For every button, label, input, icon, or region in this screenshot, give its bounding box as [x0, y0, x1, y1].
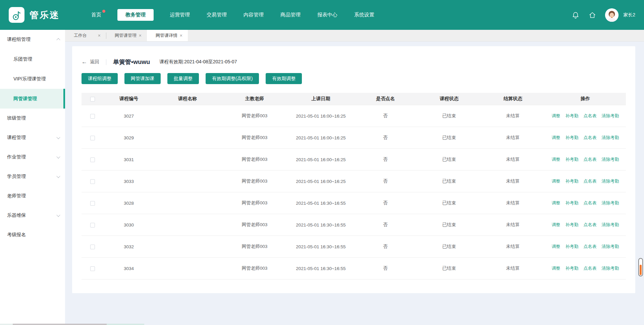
rollcall-sheet-link[interactable]: 点名表 [584, 200, 597, 206]
makeup-attendance-link[interactable]: 补考勤 [566, 265, 579, 271]
adjust-link[interactable]: 调整 [552, 178, 560, 184]
sidebar-subitem-0-0[interactable]: 乐团管理 [0, 49, 65, 69]
makeup-attendance-link[interactable]: 补考勤 [566, 156, 579, 162]
row-checkbox[interactable] [90, 245, 95, 249]
row-checkbox[interactable] [90, 136, 95, 140]
nav-item-2[interactable]: 运营管理 [169, 9, 191, 21]
sidebar-item-4[interactable]: 学员管理 [0, 167, 65, 186]
sidebar-item-6[interactable]: 乐器维保 [0, 206, 65, 225]
horizontal-scrollbar[interactable] [0, 324, 644, 325]
row-checkbox[interactable] [90, 157, 95, 162]
bell-icon[interactable] [572, 11, 580, 19]
clear-attendance-link[interactable]: 清除考勤 [602, 156, 619, 162]
makeup-attendance-link[interactable]: 补考勤 [566, 178, 579, 184]
adjust-link[interactable]: 调整 [552, 222, 560, 228]
horizontal-scrollbar-segment [107, 324, 144, 325]
sidebar-subitem-0-1[interactable]: VIP/乐理课管理 [0, 69, 65, 89]
nav-item-6[interactable]: 报表中心 [317, 9, 338, 21]
nav-item-7[interactable]: 系统设置 [354, 9, 375, 21]
row-checkbox[interactable] [90, 114, 95, 119]
row-checkbox[interactable] [90, 266, 95, 271]
toolbar-button-4[interactable]: 有效期调整 [266, 73, 302, 84]
cell-checkbox [82, 113, 104, 118]
cell-date: 2021-05-01 16:00~16:25 [288, 114, 354, 119]
tab-close-icon[interactable]: × [139, 33, 142, 38]
makeup-attendance-link[interactable]: 补考勤 [566, 222, 579, 228]
sidebar-item-5[interactable]: 老师管理 [0, 186, 65, 206]
user-avatar[interactable] [605, 8, 619, 22]
cell-date: 2021-05-01 16:30~16:55 [288, 222, 354, 227]
row-checkbox[interactable] [90, 201, 95, 206]
makeup-attendance-link[interactable]: 补考勤 [566, 200, 579, 206]
nav-item-1[interactable]: 教务管理 [117, 9, 154, 21]
content: ← 返回 单簧管•wuwu 课程有效期:2021-04-08至2021-05-0… [65, 42, 644, 293]
toolbar-button-2[interactable]: 批量调整 [167, 73, 199, 84]
rollcall-sheet-link[interactable]: 点名表 [584, 113, 597, 119]
cell-teacher: 网管老师003 [221, 222, 288, 228]
adjust-link[interactable]: 调整 [552, 156, 560, 162]
rollcall-sheet-link[interactable]: 点名表 [584, 156, 597, 162]
sidebar-item-0[interactable]: 课程组管理 [0, 30, 65, 49]
toolbar-button-3[interactable]: 有效期调整(高权限) [206, 73, 259, 84]
rollcall-sheet-link[interactable]: 点名表 [584, 135, 597, 141]
sidebar-item-label: 作业管理 [7, 154, 26, 160]
adjust-link[interactable]: 调整 [552, 244, 560, 250]
cell-actions: 调整补考勤点名表清除考勤 [545, 200, 626, 206]
clear-attendance-link[interactable]: 清除考勤 [602, 200, 619, 206]
clear-attendance-link[interactable]: 清除考勤 [602, 222, 619, 228]
clear-attendance-link[interactable]: 清除考勤 [602, 265, 619, 271]
back-button[interactable]: ← 返回 [82, 59, 99, 65]
nav-item-3[interactable]: 交易管理 [206, 9, 227, 21]
rollcall-sheet-link[interactable]: 点名表 [584, 222, 597, 228]
vertical-scroll-indicator[interactable] [638, 258, 643, 276]
nav-item-4[interactable]: 内容管理 [243, 9, 264, 21]
adjust-link[interactable]: 调整 [552, 265, 560, 271]
row-checkbox[interactable] [90, 179, 95, 184]
toolbar-button-0[interactable]: 课程组调整 [82, 73, 118, 84]
cell-actions: 调整补考勤点名表清除考勤 [545, 222, 626, 228]
username-label[interactable]: 家长2 [623, 12, 635, 18]
horizontal-scrollbar-thumb[interactable] [13, 324, 107, 325]
cell-teacher: 网管老师003 [221, 244, 288, 250]
cell-actions: 调整补考勤点名表清除考勤 [545, 113, 626, 119]
tab-close-icon[interactable]: × [98, 33, 101, 38]
tab-close-icon[interactable]: × [180, 33, 182, 38]
sidebar-item-2[interactable]: 课程管理 [0, 128, 65, 147]
rollcall-sheet-link[interactable]: 点名表 [584, 244, 597, 250]
nav-item-0[interactable]: 首页 [91, 9, 102, 21]
brand-logo[interactable] [9, 7, 24, 23]
clear-attendance-link[interactable]: 清除考勤 [602, 135, 619, 141]
sidebar-subitem-0-2[interactable]: 网管课管理 [0, 89, 65, 109]
makeup-attendance-link[interactable]: 补考勤 [566, 113, 579, 119]
nav-item-5[interactable]: 商品管理 [280, 9, 301, 21]
row-checkbox[interactable] [90, 223, 95, 227]
select-all-checkbox[interactable] [90, 97, 95, 102]
clear-attendance-link[interactable]: 清除考勤 [602, 178, 619, 184]
tab-0[interactable]: 工作台× [65, 30, 106, 41]
sidebar-item-1[interactable]: 班级管理 [0, 109, 65, 128]
detail-card: ← 返回 单簧管•wuwu 课程有效期:2021-04-08至2021-05-0… [72, 46, 635, 293]
clear-attendance-link[interactable]: 清除考勤 [602, 113, 619, 119]
adjust-link[interactable]: 调整 [552, 200, 560, 206]
adjust-link[interactable]: 调整 [552, 135, 560, 141]
cell-course-id: 3029 [104, 135, 154, 140]
clear-attendance-link[interactable]: 清除考勤 [602, 244, 619, 250]
adjust-link[interactable]: 调整 [552, 113, 560, 119]
makeup-attendance-link[interactable]: 补考勤 [566, 135, 579, 141]
tab-label: 网管课详情 [156, 32, 177, 39]
detail-header: ← 返回 单簧管•wuwu 课程有效期:2021-04-08至2021-05-0… [82, 46, 626, 67]
makeup-attendance-link[interactable]: 补考勤 [566, 244, 579, 250]
rollcall-sheet-link[interactable]: 点名表 [584, 178, 597, 184]
toolbar-button-1[interactable]: 网管课加课 [124, 73, 161, 84]
cell-course-status: 已结束 [417, 265, 481, 271]
sidebar-item-3[interactable]: 作业管理 [0, 147, 65, 167]
tab-1[interactable]: 网管课管理× [106, 30, 147, 41]
music-note-icon [11, 9, 22, 21]
cell-actions: 调整补考勤点名表清除考勤 [545, 156, 626, 162]
tab-2[interactable]: 网管课详情× [147, 30, 188, 41]
notification-dot [102, 10, 105, 13]
cell-checkbox [82, 266, 104, 271]
sidebar-item-7[interactable]: 考级报名 [0, 225, 65, 245]
home-icon[interactable] [588, 11, 596, 19]
rollcall-sheet-link[interactable]: 点名表 [584, 265, 597, 271]
